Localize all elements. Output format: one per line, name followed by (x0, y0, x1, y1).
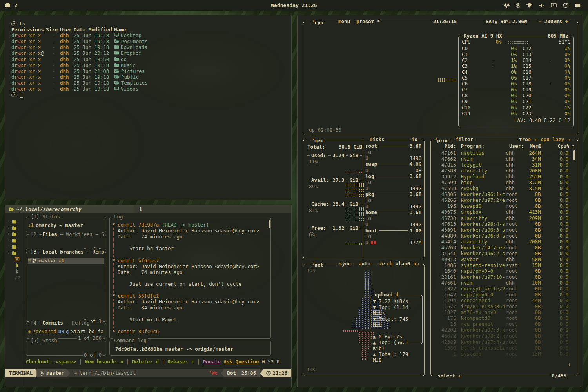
process-row[interactable]: 1642 napi/phy0-0 root 0B 0.0 (433, 292, 568, 298)
tab-number[interactable]: 1 (139, 206, 142, 212)
process-row[interactable]: 45414 alacritty dhh 208M 0.0 (433, 239, 568, 245)
process-memory: 0B (523, 245, 541, 250)
process-row[interactable]: 1486 systemd-resolve syst+ 15M 0.0 (433, 262, 568, 268)
log-commit-line[interactable]: commit bf64cc7 (118, 258, 159, 263)
process-row[interactable]: 45305 kworker/u96:1-co root 0B 0.0 (433, 191, 568, 197)
menu-button[interactable]: menu (337, 18, 351, 24)
proc-box-title[interactable]: 4proc (434, 136, 450, 143)
next-interface[interactable]: n→ (413, 261, 419, 267)
process-pid: 47815 (433, 162, 456, 168)
proc-scroll-down[interactable]: ↓ (568, 361, 571, 367)
lazygit-files-panel[interactable]: [2]—Files — Worktrees — S 0 of 0 (26, 234, 106, 250)
process-row[interactable]: 47583 alacritty dhh 206M 0.0 (433, 168, 568, 174)
tree-folder-item[interactable]: › (5, 225, 25, 231)
process-row[interactable]: 47662 nvim dhh 34M 0.0 (433, 156, 568, 162)
interval-increase[interactable]: + (565, 18, 568, 24)
process-row[interactable]: 42208 kworker/u97:3-kc root 0B 0.0 (433, 327, 568, 333)
header-permissions: Permissions (11, 27, 46, 33)
process-name: nvim (461, 280, 505, 286)
key-checkout[interactable]: <space> (55, 359, 76, 365)
process-row[interactable]: 40013 waybar dhh 58M 0.0 (433, 256, 568, 262)
process-row[interactable]: 47661 nvim dhh 10M 0.0 (433, 280, 568, 286)
tree-folder-item[interactable]: › (5, 218, 25, 225)
proc-scrollbar[interactable] (573, 150, 575, 160)
prompt-line-2[interactable]: > (11, 92, 291, 98)
core-row: C230% (523, 111, 570, 116)
net-auto-toggle[interactable]: auto (358, 261, 372, 267)
process-row[interactable]: 31541 kworker/u96:2-sd root 0B 0.0 (433, 250, 568, 256)
process-row[interactable]: 40075 dropbox dhh 413M 0.0 (433, 209, 568, 215)
interval-decrease[interactable]: − (539, 18, 542, 24)
lazygit-log-panel[interactable]: Log *commit 7dc9d7a (HEAD -> master) Aut… (109, 217, 271, 339)
preset-button[interactable]: preset * (355, 18, 381, 24)
process-row[interactable]: 16 rcu_preempt root 0B 0.0 (433, 321, 568, 327)
log-commit-line[interactable]: commit 83fc6c6 (118, 328, 159, 334)
process-row[interactable]: 42389 kworker/u97:4-bt root 0B 0.0 (433, 339, 568, 345)
process-row[interactable]: 45263 kworker/14:2-eve root 0B 0.0 (433, 245, 568, 250)
commit-row[interactable]: ◆ 7dc9d7ad DH ○ Start bg fa (28, 328, 104, 335)
nvim-lazygit-window[interactable]: ~/.local/share/omarchy 1 › › › › › › $ $… (5, 205, 292, 387)
file-tree-sidebar[interactable]: › › › › › › $ $ (1 (5, 213, 25, 387)
process-row[interactable]: 43091 kworker/u96:3-sd root 0B 0.0 (433, 227, 568, 233)
tree-folder-item[interactable]: › (5, 250, 25, 256)
lazygit-stash-panel[interactable]: [5]—Stash 0 of 0 (26, 341, 106, 356)
process-row[interactable]: 46072 kworker/u98:2-kv root 0B 0.0 (433, 333, 568, 339)
tree-scroll-item[interactable] (5, 256, 25, 262)
owner: dhh (60, 74, 72, 80)
lazygit-branches-panel[interactable]: [3]—Local branches — Remo * master ↓1 1 … (26, 252, 106, 322)
process-row[interactable]: 47559 swaybg dhh 8.5M 0.0 (433, 185, 568, 191)
process-row[interactable]: 1827 mt76-tx phy0 root 0B 0.0 (433, 309, 568, 315)
lazygit-status-panel[interactable]: [1]—Status ↓1omarchy → master (26, 217, 106, 232)
process-row[interactable]: 47815 lazygit dhh 31M 0.0 (433, 162, 568, 168)
prev-interface[interactable]: ←b (387, 261, 392, 267)
tree-folder-item[interactable]: › (5, 243, 25, 250)
cpu-box-title[interactable]: 1cpu (311, 18, 325, 25)
process-row[interactable]: 1794 containerd root 44M 0.0 (433, 298, 568, 303)
ask-question-link[interactable]: Ask Question (223, 359, 259, 365)
process-row[interactable]: 45266 kworker/u97:2+ev root 0B 0.0 (433, 197, 568, 203)
process-row[interactable]: 195 kswapd0 root 0B 0.0 (433, 203, 568, 209)
process-row[interactable]: 47599 btop dhh 8.2M 0.0 (433, 180, 568, 185)
net-box-title[interactable]: 3net (311, 261, 325, 268)
proc-scroll-up[interactable]: ↑ (572, 143, 575, 149)
tree-folder-item[interactable]: › (5, 231, 25, 237)
key-delete[interactable]: d (156, 359, 159, 365)
process-row[interactable]: 44889 kworker/u96:0-sd root 0B 0.0 (433, 233, 568, 239)
disk-used: 149G (410, 155, 421, 161)
process-row[interactable]: 1640 napi/phy0-0 root 0B 0.0 (433, 268, 568, 274)
net-sync-toggle[interactable]: sync (338, 261, 352, 267)
io-toggle[interactable]: io (410, 136, 419, 142)
net-interface-switcher[interactable]: ←b wlan0 n→ (385, 261, 420, 267)
process-row[interactable]: 22161 kworker/u97:10-k root 0B 0.0 (433, 274, 568, 280)
terminal-ls-window[interactable]: > ls Permissions Size User Date Modified… (5, 15, 292, 200)
proc-filter-button[interactable]: filter (454, 136, 474, 142)
process-row[interactable]: 1327 dmcrypt_write/25 root 0B 0.0 (433, 286, 568, 292)
tree-file-item[interactable]: $ (5, 269, 25, 275)
log-scrollbar[interactable] (269, 220, 270, 228)
branch-row-selected[interactable]: * master ↓1 (28, 258, 104, 264)
process-row[interactable]: 1 systemd root 13M 0.0 (433, 351, 568, 357)
process-row[interactable]: 39912 Hyprland dhh 253M 0.0 (433, 174, 568, 180)
tree-folder-item[interactable]: › (5, 237, 25, 243)
process-row[interactable]: 176 kcompactd0 root 0B 0.0 (433, 315, 568, 321)
process-row[interactable]: 47161 nautilus dhh 264M 0.0 (433, 150, 568, 156)
process-user: root (506, 227, 524, 233)
proc-tree-toggle[interactable]: tree (518, 136, 532, 142)
proc-select-hint[interactable]: select ↓ (436, 373, 462, 379)
donate-link[interactable]: Donate (203, 359, 221, 365)
log-commit-line[interactable]: commit 56fdfc1 (118, 293, 159, 299)
disks-title[interactable]: disks (368, 136, 386, 142)
proc-sort-switcher[interactable]: ← cpu lazy → (534, 136, 571, 142)
process-row[interactable]: 1380 btrfs-transactio root 0B 0.0 (433, 345, 568, 351)
btop-window[interactable]: 1cpu menu preset * 21:26:15 BAT▲ 98% 2.9… (297, 15, 583, 387)
key-rebase[interactable]: r (191, 359, 194, 365)
process-row[interactable]: 1577 irq/81-PIXA3854: root 0B 0.0 (433, 303, 568, 309)
cwd-segment[interactable]: ~/.local/share/omarchy (5, 205, 134, 213)
tree-file-item[interactable]: $ (5, 262, 25, 269)
lazygit-commits-panel[interactable]: [4]—Commits — Reflog ◆ 7dc9d7ad DH ○ Sta… (26, 323, 106, 339)
tree-file-item[interactable]: (1 (5, 275, 25, 281)
process-row[interactable]: 47613 kworker/u96:4-sd root 0B 0.0 (433, 221, 568, 227)
log-commit-line[interactable]: commit 7dc9d7a (118, 222, 159, 228)
toggle-key[interactable]: d (396, 292, 399, 298)
process-row[interactable]: 45730 alacritty dhh 209M 0.0 (433, 215, 568, 221)
